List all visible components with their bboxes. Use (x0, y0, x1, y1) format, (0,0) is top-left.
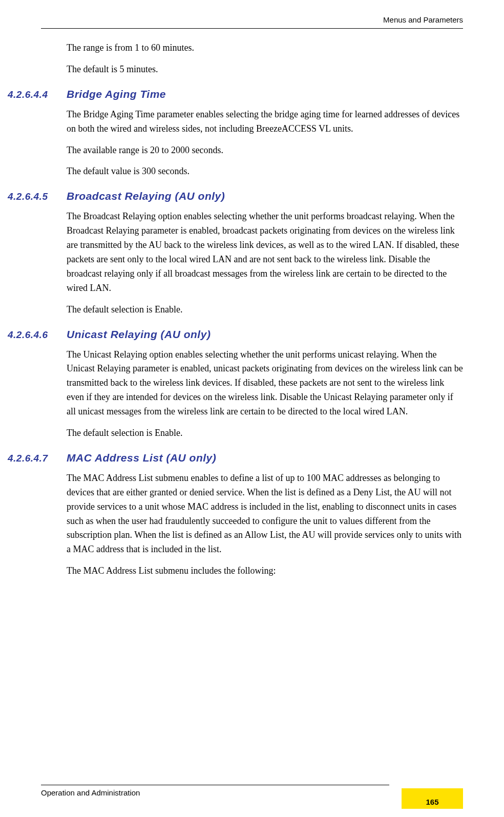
body-paragraph: The default value is 300 seconds. (67, 164, 463, 179)
body-paragraph: The Unicast Relaying option enables sele… (67, 348, 463, 419)
body-paragraph: The MAC Address List submenu includes th… (67, 564, 463, 578)
header-divider (41, 28, 463, 29)
page-number-box: 165 (402, 788, 463, 809)
page-number: 165 (426, 798, 438, 806)
section-heading: 4.2.6.4.5 Broadcast Relaying (AU only) (8, 190, 463, 202)
header-chapter-title: Menus and Parameters (41, 15, 463, 24)
section-title: MAC Address List (AU only) (67, 452, 216, 464)
section-broadcast-relaying: 4.2.6.4.5 Broadcast Relaying (AU only) T… (67, 190, 463, 317)
section-number: 4.2.6.4.6 (8, 329, 67, 341)
body-paragraph: The Broadcast Relaying option enables se… (67, 210, 463, 295)
section-number: 4.2.6.4.5 (8, 191, 67, 202)
page: Menus and Parameters The range is from 1… (0, 0, 504, 817)
section-mac-address-list: 4.2.6.4.7 MAC Address List (AU only) The… (67, 452, 463, 578)
section-number: 4.2.6.4.4 (8, 89, 67, 100)
body-paragraph: The default selection is Enable. (67, 303, 463, 317)
content-area: The range is from 1 to 60 minutes. The d… (41, 41, 463, 578)
page-footer: Operation and Administration 165 (41, 785, 463, 798)
intro-paragraph: The range is from 1 to 60 minutes. (67, 41, 463, 55)
body-paragraph: The default selection is Enable. (67, 426, 463, 441)
section-bridge-aging-time: 4.2.6.4.4 Bridge Aging Time The Bridge A… (67, 88, 463, 179)
body-paragraph: The MAC Address List submenu enables to … (67, 471, 463, 557)
section-heading: 4.2.6.4.7 MAC Address List (AU only) (8, 452, 463, 464)
body-paragraph: The available range is 20 to 2000 second… (67, 143, 463, 158)
footer-manual-title: Operation and Administration (41, 788, 140, 797)
footer-divider (41, 785, 389, 785)
section-unicast-relaying: 4.2.6.4.6 Unicast Relaying (AU only) The… (67, 328, 463, 441)
section-heading: 4.2.6.4.6 Unicast Relaying (AU only) (8, 328, 463, 341)
section-title: Unicast Relaying (AU only) (67, 328, 211, 341)
body-paragraph: The Bridge Aging Time parameter enables … (67, 108, 463, 136)
section-title: Broadcast Relaying (AU only) (67, 190, 225, 202)
intro-paragraph: The default is 5 minutes. (67, 62, 463, 77)
section-title: Bridge Aging Time (67, 88, 166, 100)
section-number: 4.2.6.4.7 (8, 453, 67, 464)
section-heading: 4.2.6.4.4 Bridge Aging Time (8, 88, 463, 100)
